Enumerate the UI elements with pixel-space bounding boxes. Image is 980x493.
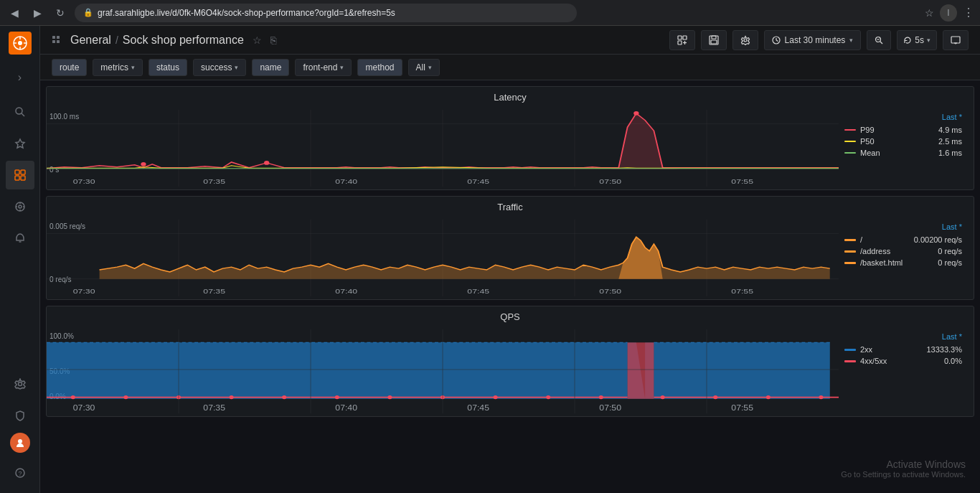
traffic-panel-header: Traffic [47, 197, 974, 217]
zoom-out-button[interactable] [867, 30, 891, 50]
tv-mode-button[interactable] [943, 30, 969, 50]
qps-legend-4xx5xx: 4xx/5xx 0.0% [844, 357, 962, 365]
svg-line-7 [22, 113, 24, 116]
dashboard-settings-button[interactable] [732, 30, 758, 50]
panels-area: Latency 100.0 ms 0 s [40, 80, 980, 493]
time-range-label: Last 30 minutes [785, 35, 846, 45]
breadcrumb: General / Sock shop performance [70, 34, 244, 47]
qps-legend-header[interactable]: Last * [844, 332, 962, 341]
latency-panel-header: Latency [47, 87, 974, 107]
top-bar: General / Sock shop performance ☆ ⎘ [40, 26, 980, 55]
latency-legend-header[interactable]: Last * [844, 113, 962, 121]
star-button[interactable]: ☆ [253, 34, 262, 46]
svg-text:07:30: 07:30 [73, 287, 95, 295]
svg-point-99 [713, 395, 717, 399]
svg-text:07:45: 07:45 [467, 287, 489, 295]
breadcrumb-general[interactable]: General [70, 34, 111, 47]
traffic-panel-body: 0.005 req/s 0 req/s [47, 217, 974, 299]
svg-marker-72 [618, 237, 662, 278]
sidebar-item-help[interactable]: ? [6, 459, 34, 487]
latency-panel-body: 100.0 ms 0 s [47, 107, 974, 189]
menu-icon[interactable]: ⋮ [963, 6, 974, 19]
refresh-button[interactable]: 5s ▾ [897, 30, 937, 50]
svg-point-21 [18, 439, 22, 443]
svg-point-6 [16, 108, 22, 114]
svg-point-95 [494, 395, 498, 399]
refresh-chevron: ▾ [927, 37, 930, 44]
latency-panel-title: Latency [494, 92, 527, 103]
filter-status[interactable]: status [149, 59, 187, 76]
svg-marker-80 [47, 342, 628, 398]
sidebar-expand[interactable]: › [6, 63, 34, 92]
address-label: /address [860, 247, 922, 255]
bookmark-icon[interactable]: ☆ [925, 7, 934, 19]
latency-legend: Last * P99 4.9 ms P50 2.5 ms [839, 110, 968, 187]
root-value: 0.00200 req/s [914, 235, 962, 244]
forward-button[interactable]: ▶ [29, 4, 46, 22]
traffic-legend-header[interactable]: Last * [844, 222, 962, 231]
svg-rect-30 [678, 41, 682, 44]
sidebar-item-explore[interactable] [6, 192, 34, 221]
breadcrumb-dashboard[interactable]: Sock shop performance [123, 34, 244, 47]
reload-button[interactable]: ↻ [52, 4, 69, 22]
filter-route-label: route [60, 62, 79, 72]
svg-point-87 [71, 395, 75, 399]
grafana-logo[interactable] [9, 32, 32, 55]
add-panel-button[interactable] [669, 30, 695, 50]
p99-color-swatch [844, 129, 856, 131]
svg-rect-34 [712, 36, 716, 39]
profile-icon[interactable]: I [940, 4, 957, 22]
svg-point-36 [744, 39, 747, 42]
svg-line-39 [776, 40, 778, 42]
p99-value: 4.9 ms [926, 126, 962, 134]
sidebar-item-search[interactable] [6, 98, 34, 126]
latency-legend-mean: Mean 1.6 ms [844, 149, 962, 157]
p99-label: P99 [860, 126, 922, 134]
time-range-button[interactable]: Last 30 minutes ▾ [764, 30, 862, 50]
top-bar-right: Last 30 minutes ▾ 5s ▾ [669, 30, 969, 50]
url-text: graf.sarahligbe.live/d/0fk-M6O4k/sock-sh… [98, 8, 395, 18]
zoom-icon [875, 36, 883, 44]
filter-metrics-chevron: ▾ [131, 64, 135, 71]
filter-metrics[interactable]: metrics ▾ [93, 59, 143, 76]
basket-value: 0 req/s [926, 258, 962, 267]
mean-value: 1.6 ms [926, 149, 962, 157]
svg-point-91 [282, 395, 286, 399]
svg-marker-53 [610, 113, 680, 169]
2xx-value: 13333.3% [926, 345, 962, 354]
traffic-legend-basket: /basket.html 0 req/s [844, 258, 962, 267]
add-panel-icon [677, 35, 687, 45]
tv-icon [951, 36, 961, 44]
filter-all[interactable]: All ▾ [408, 59, 440, 76]
app-container: › [0, 26, 980, 493]
mean-color-swatch [844, 152, 856, 154]
save-dashboard-button[interactable] [701, 30, 727, 50]
sidebar-item-starred[interactable] [6, 129, 34, 158]
svg-text:07:30: 07:30 [73, 404, 95, 412]
basket-label: /basket.html [860, 258, 922, 267]
filter-success[interactable]: success ▾ [193, 59, 246, 76]
back-button[interactable]: ◀ [6, 4, 23, 22]
p50-label: P50 [860, 137, 922, 146]
filter-success-chevron: ▾ [235, 64, 238, 71]
filter-method[interactable]: method [357, 59, 402, 76]
filter-frontend[interactable]: front-end ▾ [295, 59, 352, 76]
sidebar-item-alerting[interactable] [6, 224, 34, 253]
share-button[interactable]: ⎘ [270, 34, 276, 46]
svg-point-93 [387, 395, 392, 399]
svg-point-101 [819, 395, 823, 399]
sidebar-item-avatar[interactable] [10, 433, 30, 453]
filter-name[interactable]: name [252, 59, 289, 76]
sidebar-item-shield[interactable] [6, 401, 34, 430]
svg-point-55 [141, 162, 146, 166]
url-bar[interactable]: 🔒 graf.sarahligbe.live/d/0fk-M6O4k/sock-… [75, 4, 577, 22]
sidebar-item-dashboards[interactable] [6, 161, 34, 189]
2xx-color-swatch [844, 349, 856, 351]
traffic-panel-title: Traffic [497, 202, 522, 212]
refresh-icon [903, 36, 912, 44]
svg-rect-27 [57, 40, 60, 43]
svg-text:07:55: 07:55 [731, 404, 753, 412]
filter-route[interactable]: route [52, 59, 87, 76]
sidebar-item-settings[interactable] [6, 370, 34, 398]
mean-label: Mean [860, 149, 922, 157]
